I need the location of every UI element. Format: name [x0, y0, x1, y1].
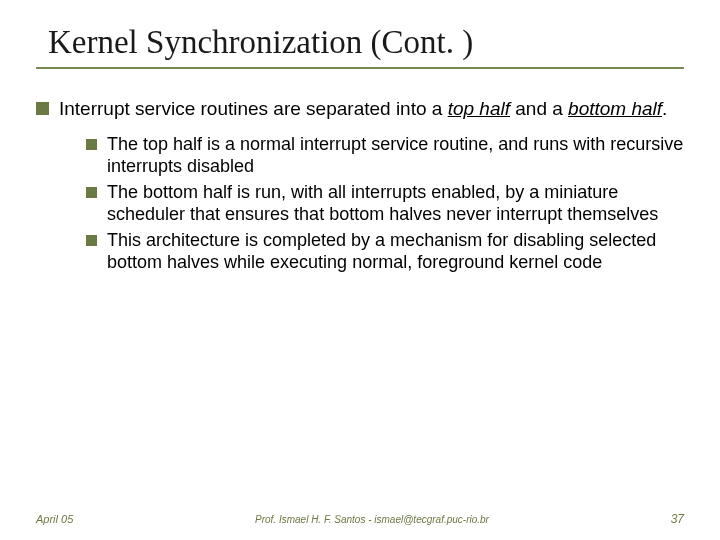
list-item-text: This architecture is completed by a mech…	[107, 230, 684, 274]
footer-page-number: 37	[671, 512, 684, 526]
footer: April 05 Prof. Ismael H. F. Santos - ism…	[0, 512, 720, 526]
slide: Kernel Synchronization (Cont. ) Interrup…	[0, 0, 720, 540]
footer-author: Prof. Ismael H. F. Santos - ismael@tecgr…	[73, 514, 670, 525]
main-bullet: Interrupt service routines are separated…	[36, 97, 684, 120]
footer-date: April 05	[36, 513, 73, 525]
slide-title: Kernel Synchronization (Cont. )	[48, 24, 684, 61]
emphasis-bottom-half: bottom half	[568, 98, 662, 119]
text-fragment: .	[662, 98, 667, 119]
text-fragment: Interrupt service routines are separated…	[59, 98, 448, 119]
list-item-text: The top half is a normal interrupt servi…	[107, 134, 684, 178]
square-bullet-icon	[86, 235, 97, 246]
emphasis-top-half: top half	[448, 98, 510, 119]
square-bullet-icon	[86, 187, 97, 198]
sub-bullet-list: The top half is a normal interrupt servi…	[86, 134, 684, 274]
square-bullet-icon	[86, 139, 97, 150]
content-area: Interrupt service routines are separated…	[36, 97, 684, 274]
list-item: The bottom half is run, with all interru…	[86, 182, 684, 226]
list-item-text: The bottom half is run, with all interru…	[107, 182, 684, 226]
title-underline	[36, 67, 684, 69]
list-item: This architecture is completed by a mech…	[86, 230, 684, 274]
square-bullet-icon	[36, 102, 49, 115]
list-item: The top half is a normal interrupt servi…	[86, 134, 684, 178]
text-fragment: and a	[510, 98, 568, 119]
main-bullet-text: Interrupt service routines are separated…	[59, 97, 667, 120]
